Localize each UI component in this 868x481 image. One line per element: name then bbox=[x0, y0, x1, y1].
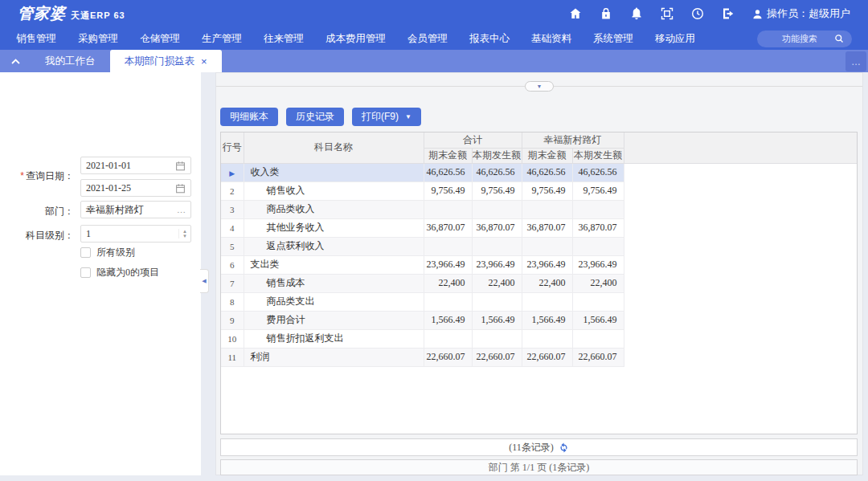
tab-dept-profit-report[interactable]: 本期部门损益表 × bbox=[110, 50, 222, 72]
amount-cell bbox=[424, 292, 472, 311]
app-logo: 管家婆 bbox=[18, 3, 66, 24]
scan-icon[interactable] bbox=[661, 7, 674, 20]
history-button[interactable]: 历史记录 bbox=[286, 108, 344, 126]
pagination-bar: 部门 第 1/1 页 (1条记录) bbox=[220, 459, 858, 475]
panel-collapse-pill[interactable]: ▼ bbox=[525, 81, 554, 92]
amount-cell: 22,660.07 bbox=[572, 348, 624, 366]
main-menu-bar: 销售管理采购管理仓储管理生产管理往来管理成本费用管理会员管理报表中心基础资料系统… bbox=[0, 27, 868, 50]
tab-workbench-label: 我的工作台 bbox=[45, 55, 96, 68]
nav-item[interactable]: 销售管理 bbox=[16, 32, 56, 46]
header-group-total: 合计 bbox=[424, 132, 522, 148]
amount-cell: 9,756.49 bbox=[572, 181, 624, 200]
checkbox-box[interactable] bbox=[80, 247, 91, 258]
checkbox-box[interactable] bbox=[80, 267, 91, 278]
nav-item[interactable]: 往来管理 bbox=[264, 32, 304, 46]
table-row[interactable]: 5返点获利收入 bbox=[221, 237, 857, 255]
operator-info[interactable]: 操作员：超级用户 bbox=[752, 6, 850, 21]
amount-cell: 9,756.49 bbox=[424, 181, 472, 200]
table-row[interactable]: 8商品类支出 bbox=[221, 292, 857, 311]
nav-item[interactable]: 生产管理 bbox=[202, 32, 242, 46]
table-row[interactable]: 2销售收入9,756.499,756.499,756.499,756.49 bbox=[221, 181, 857, 200]
amount-cell: 23,966.49 bbox=[472, 255, 522, 274]
table-row[interactable]: 7销售成本22,40022,40022,40022,400 bbox=[221, 274, 857, 292]
department-input[interactable]: 幸福新村路灯 … bbox=[80, 201, 191, 218]
amount-cell: 22,400 bbox=[572, 274, 624, 292]
checkbox-hide-zero[interactable]: 隐藏为0的项目 bbox=[80, 266, 159, 279]
nav-item[interactable]: 仓储管理 bbox=[140, 32, 180, 46]
department-picker-icon[interactable]: … bbox=[177, 205, 186, 214]
header-period-amount: 本期发生额 bbox=[472, 148, 522, 163]
search-icon[interactable] bbox=[834, 34, 844, 43]
logout-icon[interactable] bbox=[722, 7, 735, 20]
nav-item[interactable]: 系统管理 bbox=[593, 32, 633, 46]
top-bar: 管家婆 天通ERP 63 操作员：超 bbox=[0, 0, 868, 27]
subject-name-cell: 商品类支出 bbox=[244, 292, 424, 311]
subject-name-cell: 支出类 bbox=[244, 255, 424, 274]
table-row[interactable]: 11利润22,660.0722,660.0722,660.0722,660.07 bbox=[221, 348, 857, 366]
date-from-input[interactable]: 2021-01-01 bbox=[80, 157, 191, 174]
amount-cell bbox=[572, 237, 624, 255]
amount-cell: 46,626.56 bbox=[472, 163, 522, 181]
row-filler bbox=[624, 163, 857, 181]
print-button[interactable]: 打印(F9) ▼ bbox=[352, 108, 421, 126]
bell-icon[interactable] bbox=[630, 7, 643, 20]
amount-cell: 1,566.49 bbox=[472, 311, 522, 329]
stepper-down-icon[interactable]: ▼ bbox=[182, 234, 187, 238]
amount-cell bbox=[472, 292, 522, 311]
row-number: 7 bbox=[221, 274, 244, 292]
amount-cell: 22,660.07 bbox=[472, 348, 522, 366]
collapse-tabs-icon[interactable] bbox=[0, 50, 31, 72]
calendar-icon[interactable] bbox=[175, 161, 186, 171]
row-number: 9 bbox=[221, 311, 244, 329]
refresh-icon[interactable] bbox=[559, 442, 569, 453]
subject-level-label: 科目级别： bbox=[3, 229, 74, 243]
tab-workbench[interactable]: 我的工作台 bbox=[31, 50, 110, 72]
amount-cell: 46,626.56 bbox=[424, 163, 472, 181]
tab-overflow-button[interactable]: … bbox=[845, 51, 866, 71]
nav-item[interactable]: 采购管理 bbox=[78, 32, 118, 46]
department-label: 部门： bbox=[3, 205, 74, 218]
product-name: 天通ERP 63 bbox=[71, 10, 125, 22]
amount-cell bbox=[522, 200, 572, 218]
report-grid: 行号 科目名称 合计 幸福新村路灯 期末金额 本期发生额 期末金额 本期发生额 … bbox=[220, 132, 858, 434]
checkbox-all-levels[interactable]: 所有级别 bbox=[80, 246, 135, 259]
amount-cell: 22,400 bbox=[522, 274, 572, 292]
amount-cell: 36,870.07 bbox=[472, 218, 522, 237]
amount-cell bbox=[572, 329, 624, 348]
amount-cell: 1,566.49 bbox=[572, 311, 624, 329]
subject-name-cell: 商品类收入 bbox=[244, 200, 424, 218]
lock-icon[interactable] bbox=[600, 7, 612, 20]
amount-cell bbox=[424, 200, 472, 218]
home-icon[interactable] bbox=[569, 7, 582, 20]
amount-cell bbox=[472, 200, 522, 218]
row-filler bbox=[624, 311, 857, 329]
nav-item[interactable]: 成本费用管理 bbox=[326, 32, 386, 46]
detail-ledger-button[interactable]: 明细账本 bbox=[220, 108, 278, 126]
table-row[interactable]: 10销售折扣返利支出 bbox=[221, 329, 857, 348]
user-icon bbox=[752, 9, 763, 19]
query-sidebar: *查询日期： 2021-01-01 2021-01-25 部门： 幸福新村路灯 … bbox=[0, 72, 201, 475]
table-row[interactable]: 6支出类23,966.4923,966.4923,966.4923,966.49 bbox=[221, 255, 857, 274]
row-number: 4 bbox=[221, 218, 244, 237]
subject-name-cell: 返点获利收入 bbox=[244, 237, 424, 255]
amount-cell: 9,756.49 bbox=[472, 181, 522, 200]
calendar-icon[interactable] bbox=[175, 183, 186, 194]
nav-item[interactable]: 会员管理 bbox=[407, 32, 448, 46]
amount-cell: 1,566.49 bbox=[522, 311, 572, 329]
nav-item[interactable]: 移动应用 bbox=[655, 32, 695, 46]
clock-icon[interactable] bbox=[691, 7, 704, 20]
table-row[interactable]: 9费用合计1,566.491,566.491,566.491,566.49 bbox=[221, 311, 857, 329]
amount-cell bbox=[472, 237, 522, 255]
nav-item[interactable]: 报表中心 bbox=[469, 32, 510, 46]
function-search-input[interactable]: 功能搜索 bbox=[757, 31, 852, 47]
table-row[interactable]: 3商品类收入 bbox=[221, 200, 857, 218]
table-row[interactable]: ▶收入类46,626.5646,626.5646,626.5646,626.56 bbox=[221, 163, 857, 181]
header-end-amount: 期末金额 bbox=[424, 148, 472, 163]
close-tab-icon[interactable]: × bbox=[201, 55, 207, 67]
nav-item[interactable]: 基础资料 bbox=[531, 32, 571, 46]
subject-level-stepper[interactable]: 1 ▲ ▼ bbox=[80, 225, 191, 243]
table-row[interactable]: 4其他业务收入36,870.0736,870.0736,870.0736,870… bbox=[221, 218, 857, 237]
operator-label: 操作员：超级用户 bbox=[767, 6, 850, 21]
sidebar-collapse-handle[interactable]: ◀ bbox=[200, 269, 209, 293]
date-to-input[interactable]: 2021-01-25 bbox=[80, 179, 191, 197]
